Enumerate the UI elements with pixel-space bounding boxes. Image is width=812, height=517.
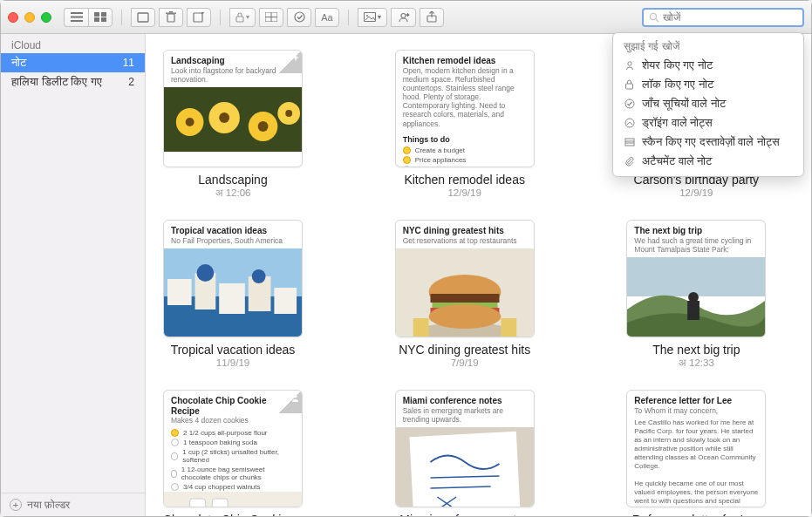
gallery-view-button[interactable] [88, 8, 113, 27]
suggestion-item[interactable]: लॉक किए गए नोट [613, 75, 803, 94]
checklist-row: 1 teaspoon baking soda [164, 438, 302, 447]
suggestion-item[interactable]: ड्रॉइंग वाले नोट्स [613, 113, 803, 133]
svg-point-37 [186, 118, 194, 126]
svg-rect-29 [626, 84, 633, 89]
svg-rect-32 [625, 139, 634, 146]
search-input[interactable] [663, 11, 797, 24]
svg-point-28 [627, 61, 631, 65]
toolbar-divider [348, 10, 349, 25]
svg-rect-62 [627, 257, 765, 296]
sidebar-item-label: नोट [11, 56, 26, 70]
search-icon [649, 12, 659, 23]
check-icon [171, 429, 179, 437]
svg-rect-6 [101, 17, 106, 22]
suggestion-label: शेयर किए गए नोट [642, 58, 713, 72]
note-date: 7/9/19 [395, 357, 535, 368]
svg-point-39 [219, 112, 229, 123]
svg-line-27 [656, 19, 658, 22]
suggestion-item[interactable]: अटैचमेंट वाले नोट [613, 152, 803, 171]
svg-rect-56 [430, 294, 499, 303]
svg-rect-11 [194, 13, 202, 22]
sidebar-item[interactable]: नोट11 [1, 53, 145, 72]
attachments-button[interactable] [131, 8, 155, 27]
svg-rect-67 [190, 499, 206, 507]
note-title: Miami conference notes [395, 513, 535, 516]
svg-rect-63 [687, 301, 699, 320]
thumb-section: Things to do [396, 132, 534, 146]
window-controls [8, 12, 51, 23]
suggestion-label: ड्रॉइंग वाले नोट्स [642, 116, 713, 130]
lock-button[interactable]: ▾ [229, 8, 256, 27]
view-mode-group [64, 8, 113, 27]
shared-icon [279, 391, 302, 413]
thumb-subtitle: Open, modern kitchen design in a medium … [403, 66, 527, 128]
svg-rect-2 [71, 20, 83, 22]
svg-point-20 [401, 13, 406, 17]
drawing-icon [624, 117, 635, 128]
search-suggestions-popup: सुझाई गई खोजें शेयर किए गए नोटलॉक किए गए… [612, 32, 804, 177]
svg-rect-1 [71, 17, 83, 18]
note-card[interactable]: Tropical vacation ideasNo Fail Propertie… [163, 220, 303, 369]
note-thumbnail: Kitchen remodel ideasOpen, modern kitche… [395, 50, 535, 167]
table-button[interactable] [259, 8, 283, 27]
svg-rect-60 [413, 318, 428, 337]
toolbar-divider [220, 10, 221, 25]
suggestion-item[interactable]: स्कैन किए गए दस्तावेज़ों वाले नोट्स [613, 133, 803, 152]
new-folder-button[interactable]: + नया फ़ोल्डर [1, 493, 145, 516]
note-card[interactable]: The next big tripWe had such a great tim… [626, 220, 766, 369]
collaborate-button[interactable] [391, 8, 416, 27]
checklist-row: 1 cup (2 sticks) unsalted butter, soften… [164, 447, 302, 465]
checklist-row: 2 1/2 cups all-purpose flour [164, 428, 302, 438]
svg-point-17 [295, 12, 304, 22]
checklist-row: Consult with contractor [396, 165, 534, 167]
svg-point-26 [650, 13, 656, 19]
note-date: अ 12:33 [626, 357, 766, 369]
new-note-button[interactable] [187, 8, 211, 27]
note-card[interactable]: Miami conference notesSales in emerging … [395, 390, 535, 516]
sidebar-item-count: 2 [128, 76, 134, 88]
scan-icon [624, 136, 635, 147]
note-card[interactable]: Chocolate Chip Cookie RecipeMakes 4 doze… [163, 390, 303, 516]
svg-rect-68 [212, 499, 228, 507]
format-button[interactable]: Aa [315, 8, 339, 27]
zoom-window-button[interactable] [41, 12, 51, 23]
checklist-row: 1 12-ounce bag semisweet chocolate chips… [164, 465, 302, 482]
list-view-button[interactable] [64, 8, 88, 27]
note-card[interactable]: Kitchen remodel ideasOpen, modern kitche… [395, 50, 535, 199]
minimize-window-button[interactable] [24, 12, 35, 23]
sidebar-item[interactable]: हालिया डिलीट किए गए2 [1, 72, 145, 92]
note-thumbnail: Tropical vacation ideasNo Fail Propertie… [163, 220, 303, 337]
note-title: NYC dining greatest hits [395, 343, 535, 357]
thumb-title: The next big trip [634, 226, 758, 236]
plus-circle-icon: + [10, 499, 22, 511]
search-field[interactable] [642, 8, 804, 27]
svg-rect-8 [167, 14, 174, 22]
checklist-icon [624, 98, 635, 109]
check-icon [403, 146, 411, 154]
share-button[interactable] [420, 8, 444, 27]
note-date: 12/9/19 [626, 187, 766, 198]
suggestion-item[interactable]: जाँच सूचियों वाले नोट [613, 94, 803, 113]
svg-rect-5 [94, 17, 99, 22]
toolbar-divider [121, 10, 122, 25]
svg-rect-72 [409, 432, 520, 507]
svg-point-65 [294, 395, 297, 398]
note-card[interactable]: LandscapingLook into flagstone for backy… [163, 50, 303, 199]
svg-rect-10 [169, 11, 173, 13]
note-card[interactable]: NYC dining greatest hitsGet reservations… [395, 220, 535, 369]
checklist-button[interactable] [287, 8, 311, 27]
close-window-button[interactable] [8, 12, 18, 23]
sidebar-item-label: हालिया डिलीट किए गए [11, 75, 102, 89]
delete-note-button[interactable] [159, 8, 183, 27]
attachment-icon [624, 155, 635, 167]
thumb-subtitle: Sales in emerging markets are trending u… [403, 406, 527, 424]
suggestion-item[interactable]: शेयर किए गए नोट [613, 56, 803, 75]
thumb-subtitle: To Whom it may concern, [634, 406, 758, 415]
svg-rect-0 [71, 12, 83, 14]
thumb-title: Chocolate Chip Cookie Recipe [171, 396, 295, 416]
thumb-title: Kitchen remodel ideas [403, 56, 527, 66]
suggestion-label: लॉक किए गए नोट [642, 78, 713, 92]
media-button[interactable]: ▾ [358, 8, 387, 27]
note-title: Kitchen remodel ideas [395, 173, 535, 187]
note-card[interactable]: Reference letter for LeeTo Whom it may c… [626, 390, 766, 516]
